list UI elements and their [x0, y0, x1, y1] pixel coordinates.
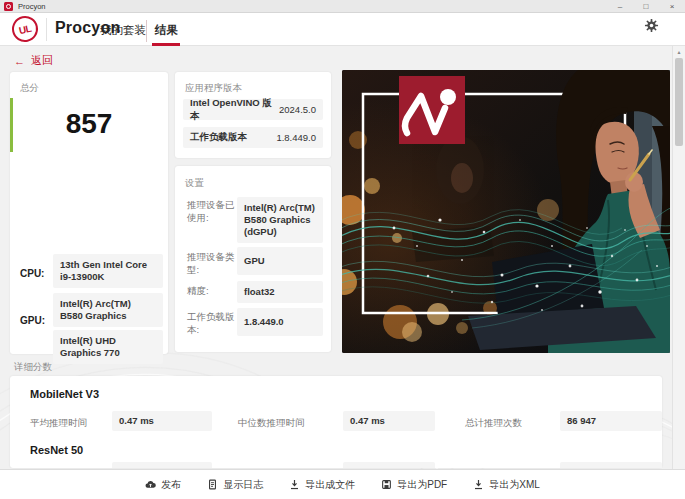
- maximize-button[interactable]: □: [633, 0, 659, 13]
- workload-version-value: 1.8.449.0: [276, 132, 316, 143]
- scrollbar-up-arrow-icon[interactable]: ▲: [673, 49, 685, 55]
- minimize-button[interactable]: –: [607, 0, 633, 13]
- median-inference-time-value: 0.47 ms: [343, 411, 435, 431]
- cpu-label: CPU:: [20, 268, 44, 279]
- window-title: Procyon: [18, 0, 46, 13]
- app-version-row: Intel OpenVINO 版本 2024.5.0: [183, 99, 323, 120]
- footer-toolbar: 发布 显示日志 导出成文件 导出为PDF 导出为XML: [0, 469, 685, 499]
- app-version-card: 应用程序版本 Intel OpenVINO 版本 2024.5.0 工作负载版本…: [175, 72, 331, 158]
- workload-version-setting-label: 工作负载版本:: [187, 310, 235, 336]
- ai-artwork: [342, 70, 670, 353]
- device-type-value: GPU: [237, 247, 323, 275]
- openvino-version-label: Intel OpenVINO 版本: [190, 97, 279, 123]
- precision-label: 精度:: [187, 284, 235, 297]
- hero-image: [342, 70, 670, 353]
- back-link[interactable]: ← 返回: [14, 53, 53, 68]
- inference-device-label: 推理设备已使用:: [187, 198, 235, 224]
- export-file-button[interactable]: 导出成文件: [289, 478, 355, 492]
- tab-divider: [146, 20, 147, 42]
- window-controls: – □ ×: [607, 0, 685, 13]
- tab-my-suites[interactable]: 我的套装: [100, 23, 146, 38]
- export-file-icon: [289, 479, 300, 490]
- benchmark-name-resnet: ResNet 50: [30, 444, 83, 456]
- header-divider: [46, 18, 47, 41]
- procyon-ai-logo: [399, 76, 465, 144]
- total-inference-count-value: 86 947: [560, 411, 662, 431]
- clipped-value-box: [343, 462, 435, 468]
- scrollbar-thumb[interactable]: [675, 58, 683, 146]
- cpu-value: 13th Gen Intel Core i9-13900K: [53, 254, 163, 288]
- vertical-scrollbar[interactable]: ▲: [672, 46, 685, 469]
- export-xml-button[interactable]: 导出为XML: [473, 478, 540, 492]
- device-type-label: 推理设备类型:: [187, 250, 235, 276]
- gpu-value-1: Intel(R) Arc(TM) B580 Graphics: [53, 293, 163, 327]
- workload-version-setting-value: 1.8.449.0: [237, 308, 323, 336]
- detailed-scores-card: MobileNet V3 平均推理时间 0.47 ms 中位数推理时间 0.47…: [10, 376, 662, 468]
- publish-button[interactable]: 发布: [145, 478, 181, 492]
- log-document-icon: [207, 479, 218, 490]
- avg-inference-time-value: 0.47 ms: [112, 411, 212, 431]
- back-label: 返回: [31, 53, 53, 68]
- gpu-label: GPU:: [20, 315, 45, 326]
- settings-title: 设置: [185, 177, 204, 190]
- total-inference-count-label: 总计推理次数: [465, 417, 522, 430]
- app-version-row: 工作负载版本 1.8.449.0: [183, 127, 323, 148]
- export-xml-icon: [473, 479, 484, 490]
- show-log-button[interactable]: 显示日志: [207, 478, 263, 492]
- ul-logo-icon: UL: [10, 14, 41, 45]
- gpu-value-2: Intel(R) UHD Graphics 770: [53, 330, 163, 364]
- app-icon: [4, 2, 13, 11]
- details-section-label: 详细分数: [14, 361, 52, 374]
- settings-card: 设置 推理设备已使用: Intel(R) Arc(TM) B580 Graphi…: [175, 166, 331, 352]
- app-header: UL Procyon 我的套装 结果: [0, 13, 685, 46]
- export-pdf-icon: [381, 479, 392, 490]
- overall-score-card: 总分 857 CPU: 13th Gen Intel Core i9-13900…: [10, 72, 168, 354]
- clipped-value-box: [560, 462, 662, 468]
- app-version-title: 应用程序版本: [185, 82, 242, 95]
- avg-inference-time-label: 平均推理时间: [30, 417, 87, 430]
- median-inference-time-label: 中位数推理时间: [238, 417, 305, 430]
- close-button[interactable]: ×: [659, 0, 685, 13]
- back-arrow-icon: ←: [14, 55, 25, 67]
- tab-results[interactable]: 结果: [155, 23, 178, 38]
- export-pdf-button[interactable]: 导出为PDF: [381, 478, 447, 492]
- workload-version-label: 工作负载版本: [190, 131, 247, 144]
- score-section-label: 总分: [20, 82, 39, 95]
- settings-gear-icon[interactable]: [644, 18, 666, 40]
- openvino-version-value: 2024.5.0: [279, 104, 316, 115]
- overall-score-value: 857: [10, 108, 168, 140]
- benchmark-name-mobilenet: MobileNet V3: [30, 388, 99, 400]
- cloud-upload-icon: [145, 479, 156, 490]
- inference-device-value: Intel(R) Arc(TM) B580 Graphics (dGPU): [237, 197, 323, 243]
- active-tab-underline: [152, 43, 180, 46]
- precision-value: float32: [237, 281, 323, 303]
- window-titlebar: Procyon – □ ×: [0, 0, 685, 13]
- clipped-value-box: [112, 462, 212, 468]
